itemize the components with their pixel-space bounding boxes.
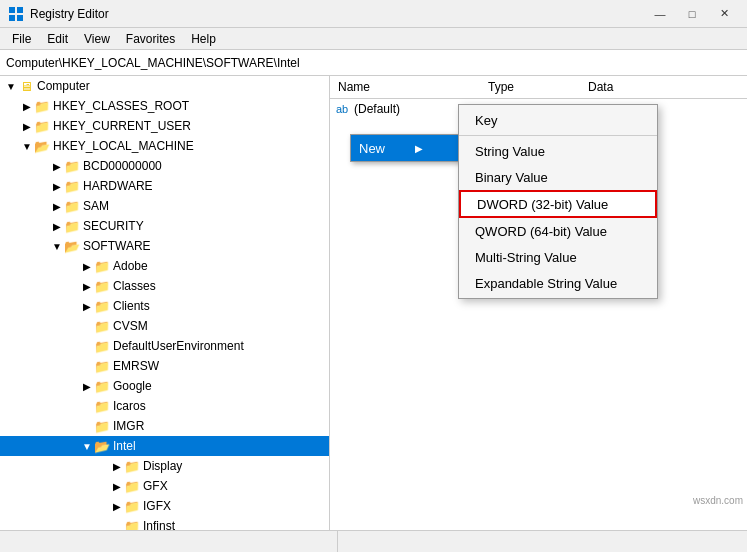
tree-item-cvsm[interactable]: ▶ 📁 CVSM bbox=[0, 316, 329, 336]
tree-label-clients: Clients bbox=[113, 299, 150, 313]
tree-label-google: Google bbox=[113, 379, 152, 393]
svg-rect-0 bbox=[9, 7, 15, 13]
minimize-button[interactable]: — bbox=[645, 4, 675, 24]
col-header-type: Type bbox=[480, 78, 580, 96]
tree-item-local-machine[interactable]: ▼ 📂 HKEY_LOCAL_MACHINE bbox=[0, 136, 329, 156]
reg-name-default: (Default) bbox=[354, 102, 484, 116]
folder-icon-bcd: 📁 bbox=[64, 158, 80, 174]
tree-item-bcd[interactable]: ▶ 📁 BCD00000000 bbox=[0, 156, 329, 176]
right-panel: Name Type Data ab (Default) REG_SZ New ▶… bbox=[330, 76, 747, 530]
tree-item-adobe[interactable]: ▶ 📁 Adobe bbox=[0, 256, 329, 276]
tree-scroll[interactable]: ▼ 🖥 Computer ▶ 📁 HKEY_CLASSES_ROOT ▶ 📁 H… bbox=[0, 76, 329, 530]
title-bar: Registry Editor — □ ✕ bbox=[0, 0, 747, 28]
tree-item-display[interactable]: ▶ 📁 Display bbox=[0, 456, 329, 476]
folder-icon-igfx: 📁 bbox=[124, 498, 140, 514]
tree-item-clients[interactable]: ▶ 📁 Clients bbox=[0, 296, 329, 316]
folder-icon-software: 📂 bbox=[64, 238, 80, 254]
context-menu: Key String Value Binary Value DWORD (32-… bbox=[458, 104, 658, 299]
tree-item-classes-root[interactable]: ▶ 📁 HKEY_CLASSES_ROOT bbox=[0, 96, 329, 116]
status-left bbox=[8, 531, 338, 552]
tree-item-icaros[interactable]: ▶ 📁 Icaros bbox=[0, 396, 329, 416]
arrow-local-machine: ▼ bbox=[20, 139, 34, 153]
menu-view[interactable]: View bbox=[76, 30, 118, 48]
registry-row-default[interactable]: ab (Default) REG_SZ bbox=[330, 99, 747, 119]
ctx-item-dword-value[interactable]: DWORD (32-bit) Value bbox=[459, 190, 657, 218]
tree-item-google[interactable]: ▶ 📁 Google bbox=[0, 376, 329, 396]
reg-type-default: REG_SZ bbox=[484, 102, 584, 116]
ctx-item-multi-string-value[interactable]: Multi-String Value bbox=[459, 244, 657, 270]
tree-label-local-machine: HKEY_LOCAL_MACHINE bbox=[53, 139, 194, 153]
tree-label-intel: Intel bbox=[113, 439, 136, 453]
arrow-classes: ▶ bbox=[80, 279, 94, 293]
folder-icon-imgr: 📁 bbox=[94, 418, 110, 434]
tree-item-emrsw[interactable]: ▶ 📁 EMRSW bbox=[0, 356, 329, 376]
tree-item-hardware[interactable]: ▶ 📁 HARDWARE bbox=[0, 176, 329, 196]
tree-label-cvsm: CVSM bbox=[113, 319, 148, 333]
tree-label-gfx: GFX bbox=[143, 479, 168, 493]
status-bar bbox=[0, 530, 747, 552]
tree-item-imgr[interactable]: ▶ 📁 IMGR bbox=[0, 416, 329, 436]
close-button[interactable]: ✕ bbox=[709, 4, 739, 24]
tree-label-imgr: IMGR bbox=[113, 419, 144, 433]
tree-label-hardware: HARDWARE bbox=[83, 179, 153, 193]
arrow-gfx: ▶ bbox=[110, 479, 124, 493]
tree-label-current-user: HKEY_CURRENT_USER bbox=[53, 119, 191, 133]
folder-icon-cvsm: 📁 bbox=[94, 318, 110, 334]
tree-item-infinst[interactable]: ▶ 📁 Infinst bbox=[0, 516, 329, 530]
tree-label-classes-root: HKEY_CLASSES_ROOT bbox=[53, 99, 189, 113]
tree-item-classes[interactable]: ▶ 📁 Classes bbox=[0, 276, 329, 296]
menu-help[interactable]: Help bbox=[183, 30, 224, 48]
folder-icon-display: 📁 bbox=[124, 458, 140, 474]
arrow-clients: ▶ bbox=[80, 299, 94, 313]
new-submenu-trigger[interactable]: New ▶ bbox=[350, 134, 470, 162]
tree-item-sam[interactable]: ▶ 📁 SAM bbox=[0, 196, 329, 216]
new-label: New bbox=[359, 141, 385, 156]
tree-item-intel[interactable]: ▼ 📂 Intel bbox=[0, 436, 329, 456]
window-controls: — □ ✕ bbox=[645, 4, 739, 24]
maximize-button[interactable]: □ bbox=[677, 4, 707, 24]
tree-item-software[interactable]: ▼ 📂 SOFTWARE bbox=[0, 236, 329, 256]
folder-icon-defaultenv: 📁 bbox=[94, 338, 110, 354]
tree-item-defaultenv[interactable]: ▶ 📁 DefaultUserEnvironment bbox=[0, 336, 329, 356]
folder-icon-hardware: 📁 bbox=[64, 178, 80, 194]
tree-item-gfx[interactable]: ▶ 📁 GFX bbox=[0, 476, 329, 496]
arrow-current-user: ▶ bbox=[20, 119, 34, 133]
arrow-google: ▶ bbox=[80, 379, 94, 393]
ctx-item-expandable-string-value[interactable]: Expandable String Value bbox=[459, 270, 657, 296]
tree-item-current-user[interactable]: ▶ 📁 HKEY_CURRENT_USER bbox=[0, 116, 329, 136]
tree-label-software: SOFTWARE bbox=[83, 239, 151, 253]
tree-label-icaros: Icaros bbox=[113, 399, 146, 413]
arrow-adobe: ▶ bbox=[80, 259, 94, 273]
folder-icon-current-user: 📁 bbox=[34, 118, 50, 134]
folder-icon-gfx: 📁 bbox=[124, 478, 140, 494]
tree-panel: ▼ 🖥 Computer ▶ 📁 HKEY_CLASSES_ROOT ▶ 📁 H… bbox=[0, 76, 330, 530]
folder-icon-security: 📁 bbox=[64, 218, 80, 234]
tree-item-computer[interactable]: ▼ 🖥 Computer bbox=[0, 76, 329, 96]
tree-item-igfx[interactable]: ▶ 📁 IGFX bbox=[0, 496, 329, 516]
main-content: ▼ 🖥 Computer ▶ 📁 HKEY_CLASSES_ROOT ▶ 📁 H… bbox=[0, 76, 747, 530]
arrow-hardware: ▶ bbox=[50, 179, 64, 193]
reg-value-icon: ab bbox=[334, 101, 350, 117]
menu-favorites[interactable]: Favorites bbox=[118, 30, 183, 48]
folder-icon-classes-root: 📁 bbox=[34, 98, 50, 114]
ctx-item-string-value[interactable]: String Value bbox=[459, 138, 657, 164]
svg-rect-1 bbox=[17, 7, 23, 13]
menu-file[interactable]: File bbox=[4, 30, 39, 48]
folder-icon-sam: 📁 bbox=[64, 198, 80, 214]
window-title: Registry Editor bbox=[30, 7, 109, 21]
tree-item-security[interactable]: ▶ 📁 SECURITY bbox=[0, 216, 329, 236]
tree-label-security: SECURITY bbox=[83, 219, 144, 233]
col-header-data: Data bbox=[580, 78, 747, 96]
col-header-name: Name bbox=[330, 78, 480, 96]
ctx-separator-1 bbox=[459, 135, 657, 136]
arrow-bcd: ▶ bbox=[50, 159, 64, 173]
folder-icon-computer: 🖥 bbox=[18, 78, 34, 94]
ctx-item-binary-value[interactable]: Binary Value bbox=[459, 164, 657, 190]
tree-label-igfx: IGFX bbox=[143, 499, 171, 513]
watermark: wsxdn.com bbox=[693, 495, 743, 506]
svg-rect-3 bbox=[17, 15, 23, 21]
menu-edit[interactable]: Edit bbox=[39, 30, 76, 48]
arrow-igfx: ▶ bbox=[110, 499, 124, 513]
ctx-item-qword-value[interactable]: QWORD (64-bit) Value bbox=[459, 218, 657, 244]
arrow-classes-root: ▶ bbox=[20, 99, 34, 113]
